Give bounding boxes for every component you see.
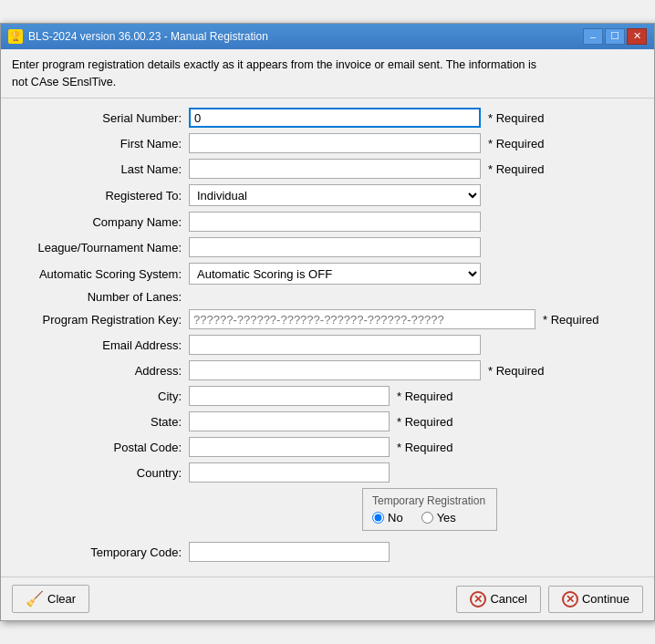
registered-to-label: Registered To:: [16, 189, 189, 203]
continue-label: Continue: [582, 592, 629, 606]
postal-code-row: Postal Code: * Required: [16, 437, 639, 457]
first-name-required: * Required: [488, 137, 544, 151]
minimize-button[interactable]: –: [583, 28, 603, 45]
cancel-label: Cancel: [490, 592, 526, 606]
league-name-label: League/Tournament Name:: [16, 241, 189, 254]
first-name-label: First Name:: [16, 137, 189, 151]
reg-key-label: Program Registration Key:: [16, 313, 189, 327]
temp-yes-option[interactable]: Yes: [421, 511, 456, 525]
last-name-label: Last Name:: [16, 162, 189, 176]
postal-code-input[interactable]: [189, 437, 390, 457]
state-required: * Required: [397, 415, 452, 429]
temp-no-option[interactable]: No: [372, 511, 403, 525]
cancel-button[interactable]: ✕ Cancel: [456, 586, 540, 613]
address-label: Address:: [16, 364, 189, 378]
header-info: Enter program registration details exact…: [1, 49, 654, 99]
num-lanes-label: Number of Lanes:: [16, 290, 189, 304]
continue-x-icon: ✕: [562, 591, 578, 608]
registered-to-select[interactable]: Individual Company League/Tournament: [189, 184, 481, 206]
city-row: City: * Required: [16, 386, 639, 406]
city-required: * Required: [397, 390, 452, 403]
reg-key-required: * Required: [543, 313, 598, 327]
state-row: State: * Required: [16, 411, 639, 431]
company-name-label: Company Name:: [16, 215, 189, 229]
clear-label: Clear: [47, 592, 76, 606]
last-name-row: Last Name: * Required: [16, 159, 639, 179]
temp-yes-label: Yes: [437, 511, 456, 525]
league-name-input[interactable]: [189, 237, 481, 257]
serial-number-input[interactable]: [189, 108, 481, 128]
temp-reg-group: Temporary Registration No Yes: [362, 488, 497, 531]
reg-key-input[interactable]: [189, 309, 535, 329]
temp-no-radio[interactable]: [372, 512, 384, 524]
first-name-row: First Name: * Required: [16, 133, 639, 153]
address-required: * Required: [488, 364, 544, 378]
postal-code-label: Postal Code:: [16, 441, 189, 454]
email-input[interactable]: [189, 335, 481, 355]
num-lanes-row: Number of Lanes:: [16, 290, 639, 304]
temp-no-label: No: [388, 511, 403, 525]
last-name-required: * Required: [488, 162, 544, 176]
league-name-row: League/Tournament Name:: [16, 237, 639, 257]
window-title: BLS-2024 version 36.00.23 - Manual Regis…: [28, 30, 268, 43]
continue-button[interactable]: ✕ Continue: [548, 586, 643, 613]
email-row: Email Address:: [16, 335, 639, 355]
app-icon: 🏆: [8, 29, 23, 44]
first-name-input[interactable]: [189, 133, 481, 153]
temp-code-row: Temporary Code:: [16, 542, 639, 562]
temp-reg-title: Temporary Registration: [372, 494, 485, 507]
address-input[interactable]: [189, 360, 481, 380]
footer-right: ✕ Cancel ✕ Continue: [456, 586, 643, 613]
serial-number-row: Serial Number: * Required: [16, 108, 639, 128]
state-input[interactable]: [189, 411, 390, 431]
temp-reg-row: Temporary Registration No Yes: [16, 488, 639, 536]
temp-code-label: Temporary Code:: [16, 545, 189, 559]
main-form: Serial Number: * Required First Name: * …: [1, 99, 654, 576]
header-line1: Enter program registration details exact…: [12, 58, 536, 71]
auto-scoring-row: Automatic Scoring System: Automatic Scor…: [16, 263, 639, 285]
address-row: Address: * Required: [16, 360, 639, 380]
reg-key-row: Program Registration Key: * Required: [16, 309, 639, 329]
country-row: Country:: [16, 462, 639, 483]
restore-button[interactable]: ☐: [605, 28, 625, 45]
city-label: City:: [16, 390, 189, 403]
serial-number-required: * Required: [488, 111, 544, 125]
company-name-input[interactable]: [189, 212, 481, 232]
main-window: 🏆 BLS-2024 version 36.00.23 - Manual Reg…: [0, 23, 655, 622]
last-name-input[interactable]: [189, 159, 481, 179]
country-label: Country:: [16, 466, 189, 480]
postal-code-required: * Required: [397, 441, 452, 454]
temp-reg-radio-row: No Yes: [372, 511, 485, 525]
serial-number-label: Serial Number:: [16, 111, 189, 125]
city-input[interactable]: [189, 386, 390, 406]
titlebar-left: 🏆 BLS-2024 version 36.00.23 - Manual Reg…: [8, 29, 268, 44]
close-button[interactable]: ✕: [627, 28, 647, 45]
titlebar-controls: – ☐ ✕: [583, 28, 647, 45]
state-label: State:: [16, 415, 189, 429]
auto-scoring-select[interactable]: Automatic Scoring is OFF Automatic Scori…: [189, 263, 481, 285]
registered-to-row: Registered To: Individual Company League…: [16, 184, 639, 206]
country-input[interactable]: [189, 462, 390, 483]
cancel-x-icon: ✕: [470, 591, 486, 608]
temp-yes-radio[interactable]: [421, 512, 433, 524]
email-label: Email Address:: [16, 338, 189, 352]
header-line2: not CAse SEnslTive.: [12, 76, 116, 88]
auto-scoring-label: Automatic Scoring System:: [16, 267, 189, 281]
footer: 🧹 Clear ✕ Cancel ✕ Continue: [1, 576, 654, 620]
titlebar: 🏆 BLS-2024 version 36.00.23 - Manual Reg…: [1, 24, 654, 49]
temp-code-input[interactable]: [189, 542, 390, 562]
clear-button[interactable]: 🧹 Clear: [12, 585, 89, 613]
company-name-row: Company Name:: [16, 212, 639, 232]
broom-icon: 🧹: [26, 590, 44, 608]
